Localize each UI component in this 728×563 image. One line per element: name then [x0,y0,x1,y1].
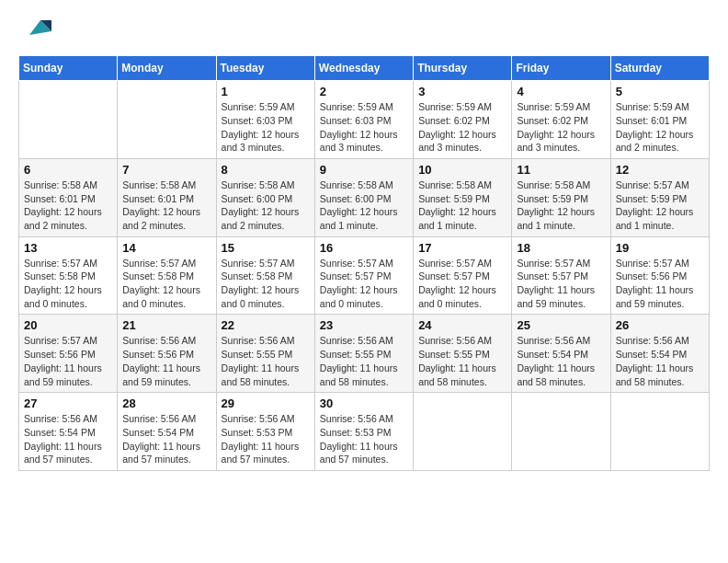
day-number: 30 [320,396,408,410]
day-number: 1 [222,85,310,98]
weekday-header: Thursday [414,56,512,81]
day-info: Sunrise: 5:56 AM Sunset: 5:55 PM Dayligh… [418,334,506,388]
calendar-cell: 13Sunrise: 5:57 AM Sunset: 5:58 PM Dayli… [19,236,118,315]
calendar-cell: 21Sunrise: 5:56 AM Sunset: 5:56 PM Dayli… [118,315,216,393]
calendar-cell: 18Sunrise: 5:57 AM Sunset: 5:57 PM Dayli… [512,236,610,315]
day-info: Sunrise: 5:59 AM Sunset: 6:03 PM Dayligh… [222,100,310,155]
day-info: Sunrise: 5:59 AM Sunset: 6:02 PM Dayligh… [517,100,605,155]
day-number: 9 [320,163,408,177]
calendar-cell: 8Sunrise: 5:58 AM Sunset: 6:00 PM Daylig… [216,158,314,236]
day-number: 16 [320,241,408,255]
day-info: Sunrise: 5:56 AM Sunset: 5:56 PM Dayligh… [122,334,210,388]
calendar-cell: 29Sunrise: 5:56 AM Sunset: 5:53 PM Dayli… [216,393,314,471]
day-number: 18 [517,241,605,255]
day-number: 7 [122,163,210,177]
calendar-cell: 12Sunrise: 5:57 AM Sunset: 5:59 PM Dayli… [610,158,709,236]
day-info: Sunrise: 5:56 AM Sunset: 5:54 PM Dayligh… [122,412,210,466]
calendar-cell [610,393,709,471]
day-number: 21 [122,318,210,332]
day-info: Sunrise: 5:57 AM Sunset: 5:57 PM Dayligh… [517,257,605,311]
calendar-cell: 23Sunrise: 5:56 AM Sunset: 5:55 PM Dayli… [314,315,413,393]
calendar-week-row: 1Sunrise: 5:59 AM Sunset: 6:03 PM Daylig… [19,81,710,159]
calendar-cell [118,81,216,159]
day-info: Sunrise: 5:58 AM Sunset: 6:01 PM Dayligh… [122,178,210,233]
day-info: Sunrise: 5:59 AM Sunset: 6:01 PM Dayligh… [616,100,704,155]
calendar-cell: 20Sunrise: 5:57 AM Sunset: 5:56 PM Dayli… [19,315,118,393]
calendar-cell: 7Sunrise: 5:58 AM Sunset: 6:01 PM Daylig… [118,158,216,236]
day-info: Sunrise: 5:58 AM Sunset: 5:59 PM Dayligh… [517,178,605,233]
day-number: 2 [320,85,408,98]
calendar-cell: 16Sunrise: 5:57 AM Sunset: 5:57 PM Dayli… [314,236,413,315]
logo-icon [22,15,51,40]
day-number: 29 [222,396,310,410]
calendar-cell: 14Sunrise: 5:57 AM Sunset: 5:58 PM Dayli… [118,236,216,315]
day-number: 20 [24,318,112,332]
calendar-table: SundayMondayTuesdayWednesdayThursdayFrid… [18,55,710,471]
calendar-week-row: 27Sunrise: 5:56 AM Sunset: 5:54 PM Dayli… [19,393,710,471]
calendar-cell [414,393,512,471]
day-info: Sunrise: 5:59 AM Sunset: 6:03 PM Dayligh… [320,100,408,155]
logo [18,18,51,40]
day-info: Sunrise: 5:59 AM Sunset: 6:02 PM Dayligh… [418,100,506,155]
day-number: 26 [616,318,704,332]
day-info: Sunrise: 5:56 AM Sunset: 5:53 PM Dayligh… [320,412,408,466]
weekday-header: Tuesday [216,56,314,81]
day-number: 27 [24,396,112,410]
weekday-header: Saturday [610,56,709,81]
day-number: 24 [418,318,506,332]
calendar-cell: 4Sunrise: 5:59 AM Sunset: 6:02 PM Daylig… [512,81,610,159]
day-info: Sunrise: 5:58 AM Sunset: 6:00 PM Dayligh… [320,178,408,233]
calendar-cell: 5Sunrise: 5:59 AM Sunset: 6:01 PM Daylig… [610,81,709,159]
day-info: Sunrise: 5:57 AM Sunset: 5:58 PM Dayligh… [122,257,210,311]
day-number: 15 [222,241,310,255]
day-info: Sunrise: 5:58 AM Sunset: 6:00 PM Dayligh… [222,178,310,233]
day-info: Sunrise: 5:57 AM Sunset: 5:58 PM Dayligh… [24,257,112,311]
day-info: Sunrise: 5:57 AM Sunset: 5:58 PM Dayligh… [222,257,310,311]
calendar-cell: 15Sunrise: 5:57 AM Sunset: 5:58 PM Dayli… [216,236,314,315]
day-info: Sunrise: 5:58 AM Sunset: 6:01 PM Dayligh… [24,178,112,233]
calendar-cell: 1Sunrise: 5:59 AM Sunset: 6:03 PM Daylig… [216,81,314,159]
day-number: 14 [122,241,210,255]
day-info: Sunrise: 5:57 AM Sunset: 5:59 PM Dayligh… [616,178,704,233]
day-info: Sunrise: 5:57 AM Sunset: 5:56 PM Dayligh… [24,334,112,388]
day-number: 12 [616,163,704,177]
day-number: 4 [517,85,605,98]
day-info: Sunrise: 5:58 AM Sunset: 5:59 PM Dayligh… [418,178,506,233]
calendar-cell: 17Sunrise: 5:57 AM Sunset: 5:57 PM Dayli… [414,236,512,315]
day-info: Sunrise: 5:57 AM Sunset: 5:57 PM Dayligh… [418,257,506,311]
day-info: Sunrise: 5:56 AM Sunset: 5:53 PM Dayligh… [222,412,310,466]
calendar-cell: 6Sunrise: 5:58 AM Sunset: 6:01 PM Daylig… [19,158,118,236]
calendar-cell [19,81,118,159]
calendar-cell: 24Sunrise: 5:56 AM Sunset: 5:55 PM Dayli… [414,315,512,393]
calendar-week-row: 20Sunrise: 5:57 AM Sunset: 5:56 PM Dayli… [19,315,710,393]
calendar-cell: 2Sunrise: 5:59 AM Sunset: 6:03 PM Daylig… [314,81,413,159]
day-number: 11 [517,163,605,177]
calendar-cell: 22Sunrise: 5:56 AM Sunset: 5:55 PM Dayli… [216,315,314,393]
day-number: 23 [320,318,408,332]
weekday-header-row: SundayMondayTuesdayWednesdayThursdayFrid… [19,56,710,81]
day-info: Sunrise: 5:56 AM Sunset: 5:55 PM Dayligh… [320,334,408,388]
day-info: Sunrise: 5:56 AM Sunset: 5:54 PM Dayligh… [24,412,112,466]
day-info: Sunrise: 5:56 AM Sunset: 5:55 PM Dayligh… [222,334,310,388]
calendar-cell: 26Sunrise: 5:56 AM Sunset: 5:54 PM Dayli… [610,315,709,393]
day-number: 6 [24,163,112,177]
calendar-week-row: 13Sunrise: 5:57 AM Sunset: 5:58 PM Dayli… [19,236,710,315]
day-number: 19 [616,241,704,255]
calendar-cell: 28Sunrise: 5:56 AM Sunset: 5:54 PM Dayli… [118,393,216,471]
calendar-cell: 25Sunrise: 5:56 AM Sunset: 5:54 PM Dayli… [512,315,610,393]
day-number: 17 [418,241,506,255]
weekday-header: Wednesday [314,56,413,81]
weekday-header: Friday [512,56,610,81]
calendar-cell: 10Sunrise: 5:58 AM Sunset: 5:59 PM Dayli… [414,158,512,236]
calendar-cell: 30Sunrise: 5:56 AM Sunset: 5:53 PM Dayli… [314,393,413,471]
calendar-cell: 3Sunrise: 5:59 AM Sunset: 6:02 PM Daylig… [414,81,512,159]
day-number: 8 [222,163,310,177]
day-info: Sunrise: 5:56 AM Sunset: 5:54 PM Dayligh… [517,334,605,388]
calendar-cell: 9Sunrise: 5:58 AM Sunset: 6:00 PM Daylig… [314,158,413,236]
calendar-cell [512,393,610,471]
day-info: Sunrise: 5:56 AM Sunset: 5:54 PM Dayligh… [616,334,704,388]
calendar-cell: 19Sunrise: 5:57 AM Sunset: 5:56 PM Dayli… [610,236,709,315]
calendar-cell: 11Sunrise: 5:58 AM Sunset: 5:59 PM Dayli… [512,158,610,236]
day-number: 5 [616,85,704,98]
weekday-header: Sunday [19,56,118,81]
